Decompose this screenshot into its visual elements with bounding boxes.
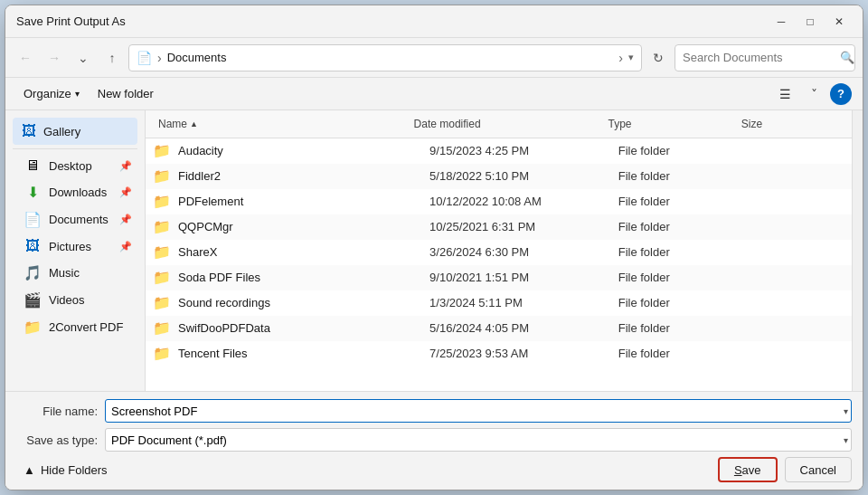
filetype-label: Save as type: <box>16 433 98 447</box>
organize-button[interactable]: Organize ▾ <box>16 82 87 106</box>
column-header-date[interactable]: Date modified <box>409 114 603 134</box>
sidebar-item-gallery[interactable]: 🖼 Gallery <box>13 118 137 145</box>
downloads-pin-icon: 📌 <box>119 186 132 198</box>
address-chevron-icon: ▾ <box>628 52 634 63</box>
table-row[interactable]: 📁 SwifDooPDFData 5/16/2024 4:05 PM File … <box>146 316 852 341</box>
downloads-label: Downloads <box>49 186 112 199</box>
folder-icon: 📁 <box>153 319 171 337</box>
hide-folders-button[interactable]: ▲ Hide Folders <box>16 460 115 481</box>
table-row[interactable]: 📁 Audacity 9/15/2023 4:25 PM File folder <box>146 138 852 164</box>
file-type: File folder <box>618 220 744 233</box>
address-bar[interactable]: 📄 › Documents › ▾ <box>128 44 642 71</box>
documents-label: Documents <box>49 213 112 226</box>
gallery-label: Gallery <box>43 125 80 138</box>
back-button[interactable]: ← <box>13 45 38 71</box>
desktop-pin-icon: 📌 <box>119 160 132 172</box>
desktop-label: Desktop <box>49 159 112 173</box>
refresh-button[interactable]: ↻ <box>646 45 671 71</box>
file-type: File folder <box>618 169 744 183</box>
videos-label: Videos <box>49 293 132 307</box>
table-row[interactable]: 📁 PDFelement 10/12/2022 10:08 AM File fo… <box>146 189 852 214</box>
folder-icon: 📁 <box>153 167 171 185</box>
folder-icon: 📁 <box>153 243 171 261</box>
filename-input[interactable] <box>105 399 852 423</box>
table-row[interactable]: 📁 Soda PDF Files 9/10/2021 1:51 PM File … <box>146 265 852 290</box>
maximize-button[interactable]: □ <box>797 13 823 31</box>
file-type: File folder <box>618 296 744 309</box>
sidebar-item-downloads[interactable]: ⬇ Downloads 📌 <box>9 179 141 205</box>
cancel-button[interactable]: Cancel <box>785 457 852 482</box>
hide-folders-chevron-icon: ▲ <box>24 463 35 477</box>
file-date: 9/10/2021 1:51 PM <box>429 271 618 284</box>
table-row[interactable]: 📁 Fiddler2 5/18/2022 5:10 PM File folder <box>146 164 852 189</box>
gallery-icon: 🖼 <box>22 123 36 139</box>
file-type: File folder <box>618 271 744 284</box>
organize-label: Organize <box>24 87 71 100</box>
file-name: Tencent Files <box>178 347 429 360</box>
sidebar-item-videos[interactable]: 🎬 Videos <box>9 287 141 313</box>
view-toggle-button[interactable]: ☰ <box>772 82 797 106</box>
file-date: 10/25/2021 6:31 PM <box>429 220 618 233</box>
file-name: SwifDooPDFData <box>178 321 429 335</box>
file-name: PDFelement <box>178 195 429 208</box>
up-button[interactable]: ↑ <box>99 45 125 71</box>
downloads-icon: ⬇ <box>24 184 42 201</box>
column-header-type[interactable]: Type <box>602 114 735 134</box>
sort-icon: ▲ <box>190 119 198 129</box>
forward-button[interactable]: → <box>42 45 67 71</box>
bottom-area: File name: ▾ Save as type: PDF Document … <box>5 391 863 490</box>
filetype-select-wrap: PDF Document (*.pdf) ▾ <box>105 428 852 452</box>
file-list-area: Name ▲ Date modified Type Size 📁 Audacit… <box>146 110 852 391</box>
column-header-name[interactable]: Name ▲ <box>153 114 409 134</box>
filetype-select[interactable]: PDF Document (*.pdf) <box>105 428 852 452</box>
sidebar-item-pictures[interactable]: 🖼 Pictures 📌 <box>9 233 141 259</box>
music-label: Music <box>49 266 132 280</box>
folder-icon: 📄 <box>137 51 152 65</box>
table-row[interactable]: 📁 QQPCMgr 10/25/2021 6:31 PM File folder <box>146 214 852 240</box>
file-name: Soda PDF Files <box>178 271 429 284</box>
table-row[interactable]: 📁 ShareX 3/26/2024 6:30 PM File folder <box>146 240 852 265</box>
file-type: File folder <box>618 245 744 259</box>
sidebar-divider <box>13 148 137 149</box>
search-icon: 🔍 <box>840 51 854 64</box>
file-type: File folder <box>618 347 744 360</box>
folder-icon: 📁 <box>153 218 171 235</box>
videos-icon: 🎬 <box>24 291 42 309</box>
file-name: Sound recordings <box>178 296 429 309</box>
save-button[interactable]: Save <box>718 457 778 482</box>
table-row[interactable]: 📁 Tencent Files 7/25/2023 9:53 AM File f… <box>146 341 852 366</box>
sidebar-item-desktop[interactable]: 🖥 Desktop 📌 <box>9 153 141 178</box>
file-date: 5/18/2022 5:10 PM <box>429 169 618 183</box>
address-text: Documents <box>167 51 614 64</box>
new-folder-button[interactable]: New folder <box>90 82 161 106</box>
address-separator: › <box>157 51 162 65</box>
sidebar-item-documents[interactable]: 📄 Documents 📌 <box>9 206 141 233</box>
column-header-size[interactable]: Size <box>736 114 844 134</box>
folder-icon: 📁 <box>153 294 171 311</box>
title-bar: Save Print Output As ─ □ ✕ <box>5 5 863 38</box>
sidebar-item-2convert[interactable]: 📁 2Convert PDF <box>9 314 141 340</box>
close-button[interactable]: ✕ <box>826 13 852 31</box>
minimize-button[interactable]: ─ <box>769 13 794 31</box>
search-box: 🔍 <box>675 44 855 71</box>
file-date: 10/12/2022 10:08 AM <box>429 195 618 208</box>
table-row[interactable]: 📁 Sound recordings 1/3/2024 5:11 PM File… <box>146 290 852 316</box>
file-name: Audacity <box>178 144 429 157</box>
documents-pin-icon: 📌 <box>119 214 132 225</box>
file-date: 5/16/2024 4:05 PM <box>429 321 618 335</box>
folder-icon: 📁 <box>153 345 171 362</box>
filename-label: File name: <box>16 405 98 418</box>
dropdown-button[interactable]: ⌄ <box>71 45 96 71</box>
desktop-icon: 🖥 <box>24 157 42 174</box>
help-button[interactable]: ? <box>830 83 852 105</box>
hide-folders-label: Hide Folders <box>41 463 108 477</box>
footer-buttons: Save Cancel <box>718 457 852 482</box>
search-input[interactable] <box>683 51 835 64</box>
folder-icon: 📁 <box>153 142 171 159</box>
view-dropdown-button[interactable]: ˅ <box>801 82 826 106</box>
dialog-window: Save Print Output As ─ □ ✕ ← → ⌄ ↑ 📄 › D… <box>5 5 863 490</box>
sidebar-item-music[interactable]: 🎵 Music <box>9 260 141 286</box>
file-date: 1/3/2024 5:11 PM <box>429 296 618 309</box>
file-type: File folder <box>618 321 744 335</box>
folder-icon: 📁 <box>153 193 171 210</box>
